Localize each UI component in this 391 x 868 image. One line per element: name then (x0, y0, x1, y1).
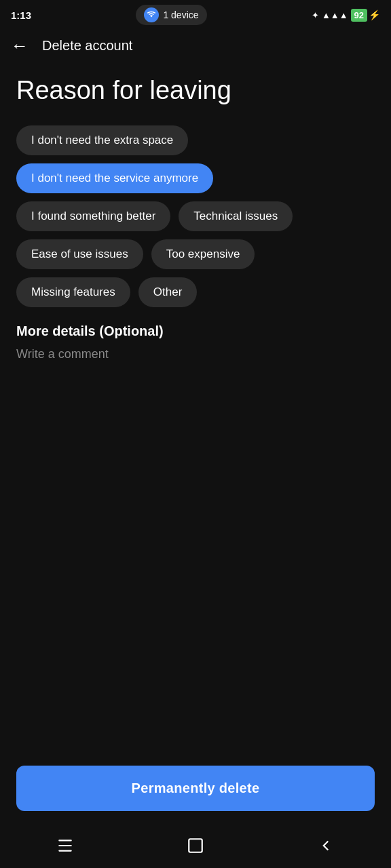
back-button[interactable]: ← (11, 33, 34, 59)
status-bar: 1:13 1 device ✦ ▲▲▲ 92 ⚡ (0, 0, 391, 27)
chip-too-expensive[interactable]: Too expensive (151, 239, 255, 269)
chip-extra-space[interactable]: I don't need the extra space (16, 125, 188, 155)
status-right: ✦ ▲▲▲ 92 ⚡ (312, 9, 380, 22)
chip-ease-of-use[interactable]: Ease of use issues (16, 239, 143, 269)
hotspot-icon (144, 7, 159, 22)
hotspot-label: 1 device (163, 9, 198, 20)
more-details-section: More details (Optional) (16, 323, 375, 418)
nav-back-button[interactable] (317, 837, 335, 854)
status-time: 1:13 (11, 9, 31, 21)
chip-missing-features[interactable]: Missing features (16, 277, 130, 307)
bluetooth-icon: ✦ (312, 10, 319, 20)
battery-level: 92 (351, 9, 367, 22)
battery-box: 92 ⚡ (351, 9, 380, 22)
nav-bar (0, 827, 391, 868)
chip-no-service[interactable]: I don't need the service anymore (16, 163, 213, 193)
svg-rect-3 (189, 839, 202, 852)
delete-btn-container: Permanently delete (0, 752, 391, 827)
topbar: ← Delete account (0, 27, 391, 64)
nav-home-button[interactable] (187, 837, 204, 854)
permanently-delete-button[interactable]: Permanently delete (16, 766, 375, 811)
page-title: Reason for leaving (16, 75, 375, 106)
more-details-label: More details (Optional) (16, 323, 375, 339)
chip-found-better[interactable]: I found something better (16, 201, 170, 231)
svg-rect-1 (58, 845, 72, 846)
reason-chips: I don't need the extra space I don't nee… (16, 125, 375, 307)
nav-menu-button[interactable] (56, 837, 74, 854)
bottom-spacer (0, 579, 391, 752)
bolt-icon: ⚡ (369, 9, 380, 20)
svg-rect-2 (58, 850, 72, 852)
svg-rect-0 (58, 840, 72, 841)
main-content: Reason for leaving I don't need the extr… (0, 64, 391, 579)
topbar-title: Delete account (42, 38, 132, 54)
chip-technical[interactable]: Technical issues (179, 201, 293, 231)
comment-input[interactable] (16, 347, 375, 415)
signal-icon: ▲▲▲ (322, 10, 348, 20)
chip-other[interactable]: Other (138, 277, 198, 307)
hotspot-indicator: 1 device (136, 5, 206, 25)
